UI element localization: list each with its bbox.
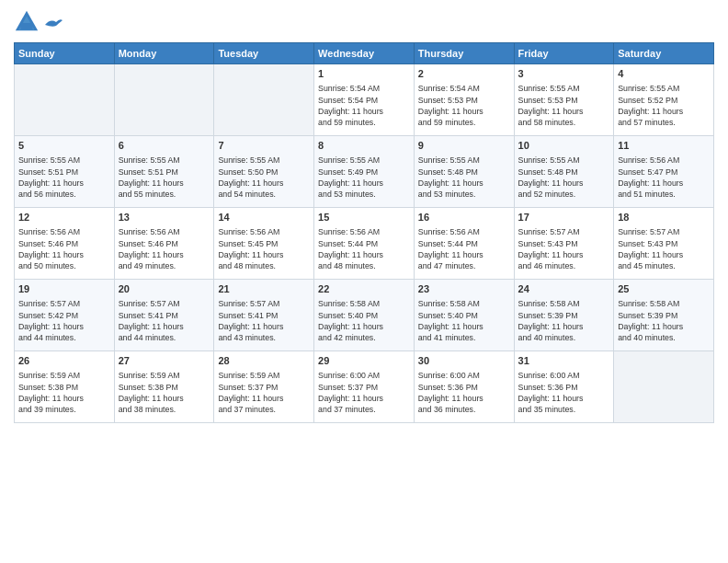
week-row-3: 12Sunrise: 5:56 AMSunset: 5:46 PMDayligh… xyxy=(15,208,714,280)
cell-line: Sunset: 5:48 PM xyxy=(518,167,610,178)
cell-line: Sunset: 5:50 PM xyxy=(218,167,310,178)
cell-line: and 58 minutes. xyxy=(518,117,610,128)
cell-line: Sunset: 5:51 PM xyxy=(119,167,210,178)
calendar-cell: 23Sunrise: 5:58 AMSunset: 5:40 PMDayligh… xyxy=(414,280,514,351)
cell-line: Sunset: 5:51 PM xyxy=(18,167,110,178)
cell-line: Sunset: 5:45 PM xyxy=(218,238,310,249)
calendar-cell: 2Sunrise: 5:54 AMSunset: 5:53 PMDaylight… xyxy=(414,64,514,136)
calendar-cell: 14Sunrise: 5:56 AMSunset: 5:45 PMDayligh… xyxy=(214,208,314,280)
cell-line: Sunrise: 5:56 AM xyxy=(418,226,510,237)
calendar-cell: 22Sunrise: 5:58 AMSunset: 5:40 PMDayligh… xyxy=(314,280,415,351)
cell-line: Daylight: 11 hours xyxy=(119,321,210,332)
cell-line: and 56 minutes. xyxy=(18,189,110,200)
cell-line: Sunrise: 5:59 AM xyxy=(18,370,110,381)
cell-line: and 48 minutes. xyxy=(218,260,310,271)
cell-line: and 40 minutes. xyxy=(518,332,610,343)
cell-line: Daylight: 11 hours xyxy=(618,178,710,189)
week-row-4: 19Sunrise: 5:57 AMSunset: 5:42 PMDayligh… xyxy=(15,280,714,351)
day-number: 2 xyxy=(418,67,510,81)
cell-line: Sunrise: 5:56 AM xyxy=(18,226,110,237)
cell-line: Sunset: 5:41 PM xyxy=(119,310,210,321)
cell-line: Sunrise: 5:56 AM xyxy=(618,155,710,166)
cell-line: Sunrise: 5:58 AM xyxy=(318,298,410,309)
calendar-cell: 19Sunrise: 5:57 AMSunset: 5:42 PMDayligh… xyxy=(15,280,115,351)
day-number: 6 xyxy=(119,139,210,153)
day-number: 1 xyxy=(318,67,410,81)
day-header-friday: Friday xyxy=(514,43,614,64)
day-number: 16 xyxy=(418,211,510,224)
cell-line: Sunset: 5:46 PM xyxy=(119,238,210,249)
cell-line: Daylight: 11 hours xyxy=(418,178,510,189)
cell-line: Sunset: 5:38 PM xyxy=(119,382,210,393)
day-number: 14 xyxy=(218,211,310,224)
cell-line: Daylight: 11 hours xyxy=(119,393,210,404)
cell-line: Sunrise: 5:58 AM xyxy=(418,298,510,309)
cell-line: Sunset: 5:53 PM xyxy=(518,95,610,106)
cell-line: Sunset: 5:37 PM xyxy=(318,382,410,393)
cell-line: and 48 minutes. xyxy=(318,260,410,271)
day-number: 7 xyxy=(218,139,310,153)
cell-line: and 46 minutes. xyxy=(518,260,610,271)
header xyxy=(14,9,714,35)
cell-line: Daylight: 11 hours xyxy=(119,249,210,260)
cell-line: Sunset: 5:53 PM xyxy=(418,95,510,106)
calendar-cell: 20Sunrise: 5:57 AMSunset: 5:41 PMDayligh… xyxy=(114,280,214,351)
calendar-cell: 4Sunrise: 5:55 AMSunset: 5:52 PMDaylight… xyxy=(614,64,714,136)
cell-line: Daylight: 11 hours xyxy=(618,249,710,260)
calendar-cell: 5Sunrise: 5:55 AMSunset: 5:51 PMDaylight… xyxy=(15,136,115,208)
cell-line: Sunrise: 5:54 AM xyxy=(418,83,510,94)
day-header-thursday: Thursday xyxy=(414,43,514,64)
cell-line: and 42 minutes. xyxy=(318,332,410,343)
day-header-saturday: Saturday xyxy=(614,43,714,64)
day-header-tuesday: Tuesday xyxy=(214,43,314,64)
cell-line: and 35 minutes. xyxy=(518,404,610,415)
cell-line: Sunrise: 5:58 AM xyxy=(618,298,710,309)
day-number: 25 xyxy=(618,282,710,296)
cell-line: Daylight: 11 hours xyxy=(318,249,410,260)
cell-line: Sunrise: 5:55 AM xyxy=(318,155,410,166)
calendar-cell: 28Sunrise: 5:59 AMSunset: 5:37 PMDayligh… xyxy=(214,351,314,423)
calendar-cell xyxy=(15,64,115,136)
calendar-cell: 6Sunrise: 5:55 AMSunset: 5:51 PMDaylight… xyxy=(114,136,214,208)
cell-line: Sunset: 5:38 PM xyxy=(18,382,110,393)
day-number: 15 xyxy=(318,211,410,224)
calendar-cell: 21Sunrise: 5:57 AMSunset: 5:41 PMDayligh… xyxy=(214,280,314,351)
cell-line: Sunrise: 5:57 AM xyxy=(618,226,710,237)
cell-line: Sunset: 5:44 PM xyxy=(418,238,510,249)
cell-line: Sunset: 5:40 PM xyxy=(418,310,510,321)
calendar-cell: 10Sunrise: 5:55 AMSunset: 5:48 PMDayligh… xyxy=(514,136,614,208)
cell-line: and 38 minutes. xyxy=(119,404,210,415)
day-number: 19 xyxy=(18,282,110,296)
calendar-cell: 11Sunrise: 5:56 AMSunset: 5:47 PMDayligh… xyxy=(614,136,714,208)
cell-line: and 41 minutes. xyxy=(418,332,510,343)
day-number: 24 xyxy=(518,282,610,296)
cell-line: Sunrise: 5:59 AM xyxy=(218,370,310,381)
cell-line: Sunrise: 6:00 AM xyxy=(418,370,510,381)
cell-line: Daylight: 11 hours xyxy=(518,321,610,332)
cell-line: Sunrise: 5:55 AM xyxy=(218,155,310,166)
cell-line: Sunrise: 5:55 AM xyxy=(119,155,210,166)
cell-line: Sunset: 5:52 PM xyxy=(618,95,710,106)
week-row-5: 26Sunrise: 5:59 AMSunset: 5:38 PMDayligh… xyxy=(15,351,714,423)
cell-line: Sunset: 5:39 PM xyxy=(518,310,610,321)
page: SundayMondayTuesdayWednesdayThursdayFrid… xyxy=(0,0,728,563)
cell-line: and 37 minutes. xyxy=(318,404,410,415)
cell-line: and 50 minutes. xyxy=(18,260,110,271)
cell-line: Sunset: 5:39 PM xyxy=(618,310,710,321)
svg-rect-2 xyxy=(20,23,32,29)
cell-line: Sunset: 5:36 PM xyxy=(518,382,610,393)
week-row-2: 5Sunrise: 5:55 AMSunset: 5:51 PMDaylight… xyxy=(15,136,714,208)
cell-line: Daylight: 11 hours xyxy=(518,249,610,260)
calendar-cell: 31Sunrise: 6:00 AMSunset: 5:36 PMDayligh… xyxy=(514,351,614,423)
cell-line: Sunset: 5:42 PM xyxy=(18,310,110,321)
cell-line: Sunset: 5:47 PM xyxy=(618,167,710,178)
calendar-cell xyxy=(114,64,214,136)
cell-line: Daylight: 11 hours xyxy=(618,321,710,332)
logo-icon xyxy=(14,9,40,35)
cell-line: Daylight: 11 hours xyxy=(18,393,110,404)
calendar-cell xyxy=(214,64,314,136)
cell-line: Sunset: 5:43 PM xyxy=(618,238,710,249)
cell-line: Daylight: 11 hours xyxy=(318,106,410,117)
cell-line: and 59 minutes. xyxy=(318,117,410,128)
cell-line: Sunset: 5:54 PM xyxy=(318,95,410,106)
